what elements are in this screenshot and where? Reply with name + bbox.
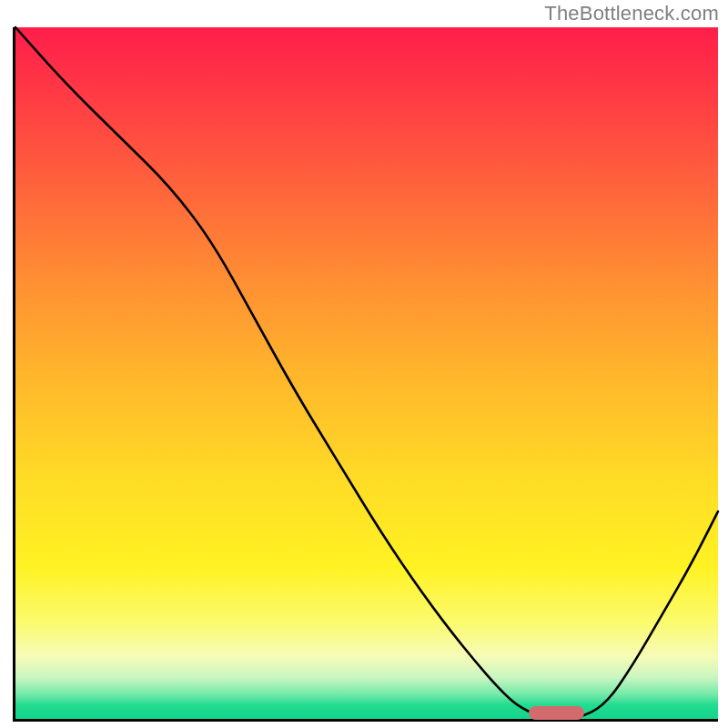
curve-layer — [15, 27, 718, 719]
optimal-marker — [529, 706, 585, 720]
attribution-text: TheBottleneck.com — [544, 2, 719, 25]
plot-area — [13, 27, 718, 722]
bottleneck-curve — [15, 27, 718, 719]
chart-container: TheBottleneck.com — [0, 0, 728, 728]
